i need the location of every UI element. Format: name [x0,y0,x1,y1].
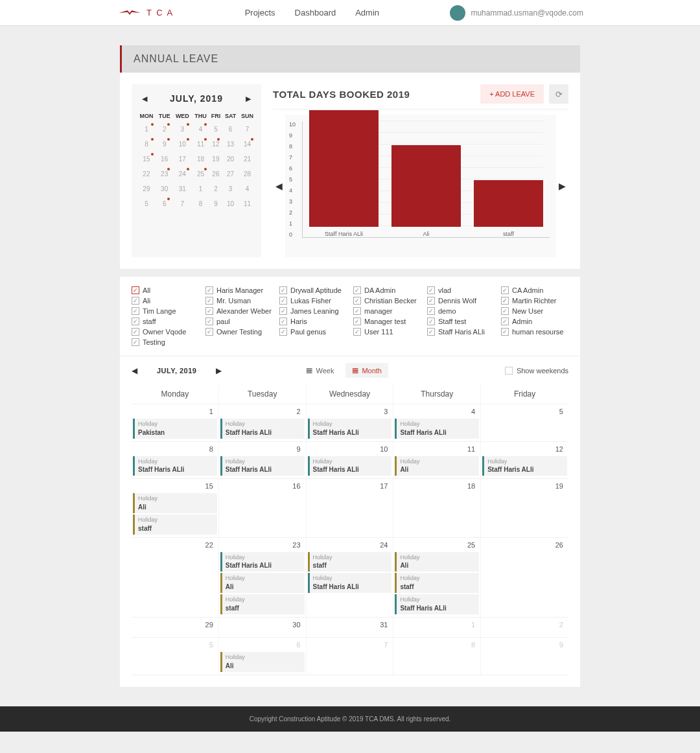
sched-cell[interactable]: 7 [307,638,394,675]
calendar-event[interactable]: HolidayStaff Haris ALli [220,419,305,439]
calendar-event[interactable]: HolidayStaff Haris ALli [308,456,392,476]
sched-cell[interactable]: 2 [481,618,568,637]
sched-cell[interactable]: 1HolidayPakistan [132,404,219,441]
view-month[interactable]: ▦ Month [345,363,388,378]
sched-cell[interactable]: 9HolidayStaff Haris ALli [219,442,307,479]
mini-cal-day[interactable]: 19 [209,152,223,167]
filter-item[interactable]: Owner Vqode [132,327,199,336]
filter-item[interactable]: paul [205,317,273,326]
calendar-event[interactable]: Holidaystaff [395,573,479,593]
calendar-event[interactable]: HolidayAli [133,493,217,513]
mini-cal-day[interactable]: 15 [137,152,156,167]
sched-cell[interactable]: 8HolidayStaff Haris ALli [132,442,219,479]
mini-cal-day[interactable]: 18 [192,152,209,167]
filter-item[interactable]: Christian Becker [353,296,421,305]
filter-item[interactable]: Staff test [427,317,495,326]
filter-item[interactable]: User 111 [353,327,421,336]
nav-projects[interactable]: Projects [245,8,275,17]
checkbox-icon[interactable] [501,328,509,336]
mini-cal-day[interactable]: 30 [156,181,173,196]
calendar-event[interactable]: HolidayStaff Haris ALli [482,456,567,476]
mini-cal-day[interactable]: 9 [209,196,223,211]
calendar-event[interactable]: HolidayAli [395,552,479,572]
filter-item[interactable]: Ali [132,296,199,305]
filter-item[interactable]: Manager test [353,317,421,326]
calendar-event[interactable]: HolidayAli [220,573,305,593]
filter-item[interactable]: Mr. Usman [205,296,273,305]
mini-cal-day[interactable]: 6 [156,196,173,211]
calendar-event[interactable]: Holidaystaff [308,552,392,572]
sched-cell[interactable]: 19 [481,479,568,537]
mini-cal-day[interactable]: 8 [192,196,209,211]
checkbox-icon[interactable] [132,297,139,305]
filter-item[interactable]: All [132,286,199,295]
brand-logo[interactable]: T C A [117,8,174,18]
filter-item[interactable]: Martin Richter [501,296,568,305]
sched-prev[interactable]: ◀ [132,366,137,375]
checkbox-icon[interactable] [427,297,435,305]
mini-cal-day[interactable]: 22 [137,167,156,181]
mini-cal-day[interactable]: 10 [172,137,192,152]
filter-item[interactable]: New User [501,307,568,316]
mini-cal-day[interactable]: 25 [192,167,209,181]
sched-cell[interactable]: 11HolidayAli [393,442,481,479]
mini-cal-day[interactable]: 13 [222,137,239,152]
mini-cal-day[interactable]: 26 [209,167,223,181]
checkbox-icon[interactable] [132,286,139,294]
mini-cal-day[interactable]: 6 [222,122,239,137]
filter-item[interactable]: Staff Haris ALli [427,327,495,336]
mini-cal-day[interactable]: 12 [209,137,223,152]
mini-cal-day[interactable]: 10 [222,196,239,211]
mini-cal-prev[interactable]: ◀ [142,95,147,103]
filter-item[interactable]: Drywall Aptitude [279,286,347,295]
sched-cell[interactable]: 6HolidayAli [219,638,307,675]
checkbox-icon[interactable] [132,318,139,325]
filter-item[interactable]: CA Admin [501,286,568,295]
checkbox-icon[interactable] [353,307,361,315]
mini-cal-day[interactable]: 29 [137,181,156,196]
filter-item[interactable]: staff [132,317,199,326]
checkbox-icon[interactable] [353,318,361,325]
checkbox-icon[interactable] [205,297,213,305]
mini-cal-day[interactable]: 27 [222,167,239,181]
sched-cell[interactable]: 3HolidayStaff Haris ALli [307,404,394,441]
mini-cal-day[interactable]: 7 [239,122,256,137]
sched-cell[interactable]: 23HolidayStaff Haris ALliHolidayAliHolid… [219,538,307,617]
sched-next[interactable]: ▶ [216,366,222,375]
calendar-event[interactable]: HolidayStaff Haris ALli [395,419,479,439]
mini-cal-day[interactable]: 3 [172,122,192,137]
checkbox-icon[interactable] [501,297,509,305]
filter-item[interactable]: James Leaning [279,307,347,316]
mini-cal-day[interactable]: 3 [222,181,239,196]
checkbox-icon[interactable] [427,307,435,315]
mini-cal-day[interactable]: 11 [192,137,209,152]
checkbox-icon[interactable] [132,338,139,346]
filter-item[interactable]: Dennis Wolf [427,296,495,305]
checkbox-icon[interactable] [279,297,287,305]
sched-cell[interactable]: 12HolidayStaff Haris ALli [481,442,568,479]
mini-cal-day[interactable]: 1 [192,181,209,196]
calendar-event[interactable]: HolidayAli [220,652,305,672]
filter-item[interactable]: DA Admin [353,286,421,295]
checkbox-icon[interactable] [205,307,213,315]
sched-cell[interactable]: 31 [307,618,394,637]
sched-cell[interactable]: 9 [481,638,568,675]
mini-cal-day[interactable]: 16 [156,152,173,167]
checkbox-icon[interactable] [501,318,509,325]
mini-cal-day[interactable]: 5 [209,122,223,137]
mini-cal-day[interactable]: 4 [192,122,209,137]
filter-item[interactable]: Paul genus [279,327,347,336]
checkbox-icon[interactable] [205,318,213,325]
checkbox-icon[interactable] [501,307,509,315]
add-leave-button[interactable]: + ADD LEAVE [480,84,544,104]
mini-cal-day[interactable]: 5 [137,196,156,211]
checkbox-icon[interactable] [427,318,435,325]
sched-cell[interactable]: 16 [219,479,307,537]
calendar-event[interactable]: Holidaystaff [133,515,217,535]
calendar-event[interactable]: HolidayStaff Haris ALli [308,419,392,439]
filter-item[interactable]: Admin [501,317,568,326]
filter-item[interactable]: Alexander Weber [205,307,273,316]
calendar-event[interactable]: HolidayPakistan [133,419,217,439]
checkbox-icon[interactable] [132,328,139,336]
calendar-event[interactable]: HolidayStaff Haris ALli [220,456,305,476]
